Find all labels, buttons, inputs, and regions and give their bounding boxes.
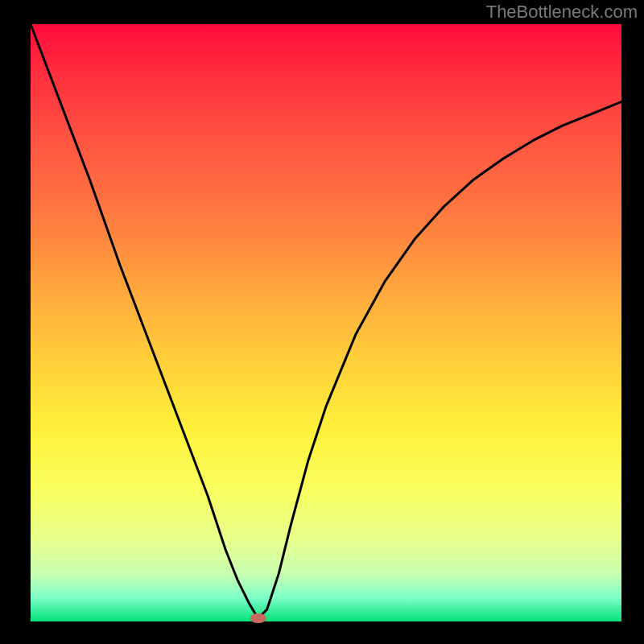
curve-path (31, 24, 621, 618)
plot-area (31, 24, 621, 621)
optimum-marker (250, 613, 266, 623)
watermark-text: TheBottleneck.com (486, 2, 638, 23)
bottleneck-curve (31, 24, 621, 621)
